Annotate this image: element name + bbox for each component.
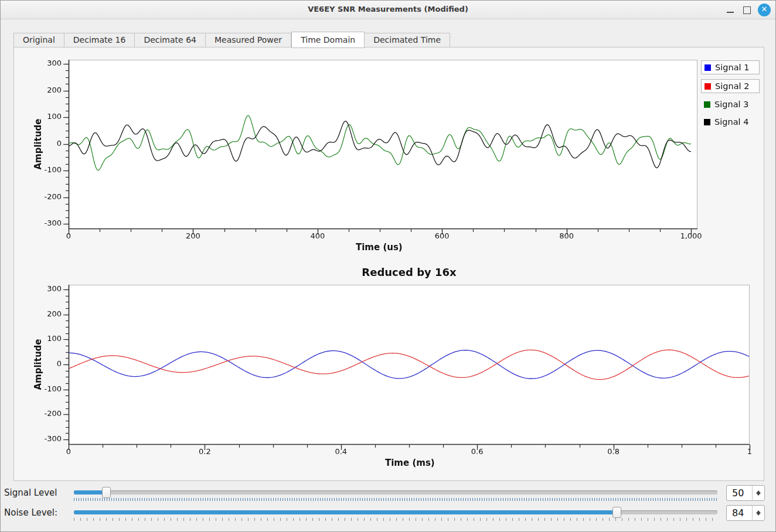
tick-label: 1: [729, 447, 770, 456]
legend-item-signal-3[interactable]: Signal 3: [701, 98, 760, 111]
tick-label: 0: [48, 447, 89, 456]
signal-level-spinbox[interactable]: 50: [726, 485, 765, 501]
noise-level-slider-ticks: [74, 518, 717, 521]
tick-label: 0: [21, 139, 62, 148]
tick-label: 0: [48, 231, 89, 240]
close-icon[interactable]: [758, 4, 771, 16]
tick-label: -100: [21, 165, 62, 174]
tick-label: -200: [21, 192, 62, 201]
tick-label: 0.8: [593, 447, 634, 456]
legend-swatch: [704, 64, 711, 71]
legend-label: Signal 3: [714, 100, 748, 109]
tab-bar: OriginalDecimate 16Decimate 64Measured P…: [13, 33, 450, 47]
legend-item-signal-4[interactable]: Signal 4: [701, 115, 760, 128]
bottom-x-axis-title: Time (ms): [385, 458, 435, 468]
top-x-axis-title: Time (us): [356, 242, 403, 253]
tick-label: 300: [21, 59, 62, 67]
signal-level-value[interactable]: 50: [732, 487, 744, 499]
titlebar: VE6EY SNR Measurements (Modified): [1, 1, 775, 19]
tick-label: 200: [21, 86, 62, 94]
tick-label: 400: [297, 231, 338, 240]
window-title: VE6EY SNR Measurements (Modified): [1, 5, 775, 13]
app-window: VE6EY SNR Measurements (Modified) Origin…: [0, 0, 776, 532]
bottom-plot-title: Reduced by 16x: [233, 266, 585, 278]
noise-level-slider-handle[interactable]: [612, 507, 621, 518]
tick-label: -200: [21, 409, 62, 418]
maximize-icon[interactable]: [740, 4, 753, 16]
tick-label: 200: [21, 309, 62, 318]
spinbox-arrows: [752, 506, 764, 520]
signal-level-slider[interactable]: [74, 490, 717, 495]
signal-level-slider-ticks: [74, 498, 717, 501]
tick-label: 0.6: [457, 447, 498, 456]
tab-decimated-time[interactable]: Decimated Time: [365, 33, 450, 47]
legend-swatch: [704, 83, 711, 90]
tab-measured-power[interactable]: Measured Power: [206, 33, 291, 47]
tick-label: 0: [21, 359, 62, 368]
tick-label: -300: [21, 219, 62, 227]
signal-level-slider-handle[interactable]: [102, 487, 111, 498]
legend-swatch: [704, 119, 710, 125]
tab-decimate-16[interactable]: Decimate 16: [64, 33, 135, 47]
spin-down-icon[interactable]: [753, 493, 764, 501]
spin-up-icon[interactable]: [753, 506, 764, 513]
spin-up-icon[interactable]: [753, 486, 764, 493]
signal-level-label: Signal Level: [4, 487, 57, 498]
legend: Signal 1Signal 2Signal 3Signal 4: [701, 60, 760, 133]
tick-label: 0.2: [184, 447, 225, 456]
noise-level-slider-fill: [74, 510, 617, 514]
legend-item-signal-2[interactable]: Signal 2: [701, 79, 760, 93]
tick-label: 1,000: [671, 231, 712, 240]
spin-down-icon[interactable]: [753, 513, 764, 521]
plots-canvas: [14, 47, 764, 480]
tick-label: 0.4: [321, 447, 362, 456]
noise-level-value[interactable]: 84: [732, 507, 744, 519]
tab-time-domain[interactable]: Time Domain: [291, 32, 365, 48]
tick-label: 300: [21, 284, 62, 293]
noise-level-slider[interactable]: [74, 510, 717, 514]
tick-label: 600: [421, 231, 462, 240]
legend-label: Signal 4: [714, 117, 748, 127]
tab-decimate-64[interactable]: Decimate 64: [135, 33, 206, 47]
tick-label: 200: [172, 231, 213, 240]
minimize-icon[interactable]: [724, 4, 737, 16]
legend-swatch: [704, 101, 710, 108]
noise-level-label: Noise Level:: [4, 507, 57, 518]
legend-label: Signal 1: [715, 63, 749, 72]
legend-label: Signal 2: [715, 81, 749, 91]
legend-item-signal-1[interactable]: Signal 1: [701, 60, 760, 74]
tick-label: 800: [546, 231, 587, 240]
tab-original[interactable]: Original: [13, 33, 64, 47]
tab-content-panel: Amplitude Time (us) Signal 1Signal 2Sign…: [13, 47, 764, 481]
noise-level-spinbox[interactable]: 84: [726, 505, 765, 521]
spinbox-arrows: [752, 486, 764, 500]
tick-label: 100: [21, 112, 62, 121]
tick-label: -300: [21, 434, 62, 443]
tick-label: 100: [21, 334, 62, 343]
tick-label: -100: [21, 384, 62, 393]
